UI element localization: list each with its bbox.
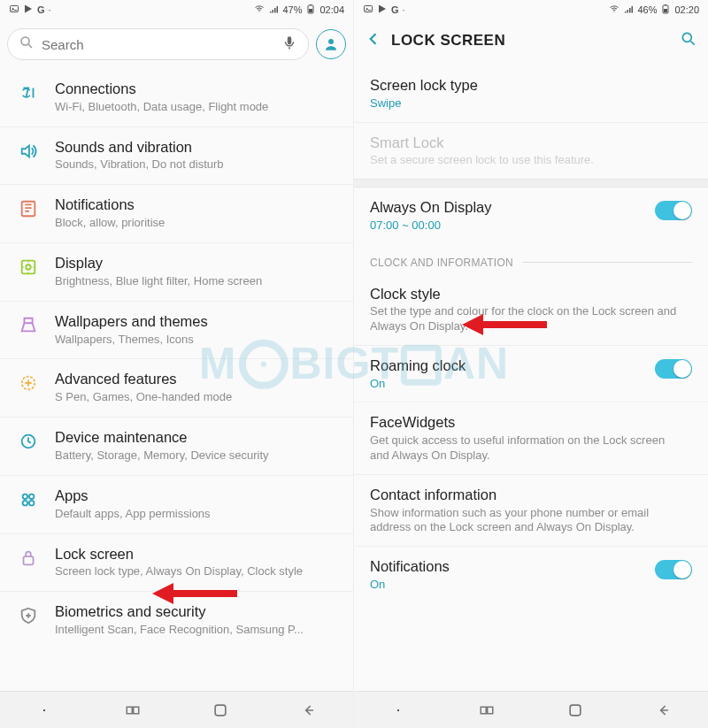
svg-point-2 (259, 11, 260, 11)
nav-menu-dot[interactable]: · (23, 697, 65, 724)
sounds-icon (19, 142, 38, 165)
phone-lockscreen: G · 46% 02:20 LOCK SCREEN Screen lock ty… (354, 0, 708, 728)
roaming-toggle[interactable] (655, 359, 692, 379)
item-notifications[interactable]: Notifications On (354, 547, 708, 603)
item-value: Swipe (370, 96, 680, 111)
nav-back[interactable] (288, 697, 330, 724)
svg-point-17 (29, 501, 34, 506)
item-facewidgets[interactable]: FaceWidgets Get quick access to useful i… (354, 402, 708, 473)
settings-item-notifications[interactable]: NotificationsBlock, allow, prioritise (0, 184, 353, 242)
section-header-clock: CLOCK AND INFORMATION (354, 244, 708, 274)
signal-icon (268, 4, 279, 16)
item-value: On (370, 578, 646, 593)
nav-recents[interactable] (466, 697, 508, 724)
phone-settings: G · 47% 02:04 Conn (0, 0, 354, 728)
annotation-arrow-lock-screen (150, 580, 239, 607)
svg-rect-27 (664, 9, 667, 12)
svg-rect-19 (127, 707, 132, 714)
search-box[interactable] (7, 28, 309, 60)
search-icon (19, 34, 35, 54)
profile-button[interactable] (316, 29, 346, 59)
clock-text: 02:20 (674, 4, 699, 15)
svg-rect-26 (665, 4, 666, 5)
settings-item-sounds[interactable]: Sounds and vibrationSounds, Vibration, D… (0, 126, 353, 185)
item-sub: Brightness, Blue light filter, Home scre… (55, 274, 339, 289)
search-input[interactable] (42, 37, 274, 52)
g-icon: G (391, 4, 399, 15)
item-roaming-clock[interactable]: Roaming clock On (354, 346, 708, 402)
item-value: On (370, 377, 646, 392)
gallery-icon (363, 4, 373, 16)
aod-toggle[interactable] (655, 201, 692, 220)
mic-icon[interactable] (281, 34, 297, 54)
svg-point-16 (23, 501, 27, 506)
item-title: Notifications (55, 196, 339, 214)
advanced-icon (19, 373, 38, 396)
battery-icon (305, 4, 316, 16)
gallery-icon (9, 4, 19, 16)
svg-point-8 (328, 39, 334, 44)
annotation-arrow-clock-style (460, 311, 549, 338)
settings-item-connections[interactable]: ConnectionsWi-Fi, Bluetooth, Data usage,… (0, 69, 353, 126)
settings-item-wallpapers[interactable]: Wallpapers and themesWallpapers, Themes,… (0, 301, 353, 359)
item-sub: Block, allow, prioritise (55, 216, 339, 231)
item-value: 07:00 ~ 00:00 (370, 218, 646, 234)
connections-icon (19, 83, 38, 106)
nav-home[interactable] (199, 697, 242, 724)
item-sub: Sounds, Vibration, Do not disturb (55, 157, 339, 172)
item-title: Apps (55, 487, 339, 505)
svg-point-11 (26, 264, 31, 270)
settings-item-advanced[interactable]: Advanced featuresS Pen, Games, One-hande… (0, 358, 353, 417)
item-title: Roaming clock (370, 356, 646, 375)
g-icon: G (37, 4, 45, 15)
status-bar-right: G · 46% 02:20 (354, 0, 708, 19)
svg-rect-30 (488, 707, 493, 714)
item-title: Display (55, 255, 339, 272)
item-sub: Default apps, App permissions (55, 507, 339, 522)
item-title: Smart Lock (370, 134, 692, 152)
nav-home[interactable] (554, 697, 596, 724)
notifications-icon (19, 199, 38, 222)
settings-item-apps[interactable]: AppsDefault apps, App permissions (0, 475, 353, 533)
apps-icon (19, 490, 38, 513)
device-maint-icon (19, 432, 38, 455)
item-sub: Wi-Fi, Bluetooth, Data usage, Flight mod… (55, 100, 339, 115)
play-store-icon (377, 4, 388, 16)
item-title: Always On Display (370, 198, 646, 217)
header-row: LOCK SCREEN (354, 19, 708, 62)
svg-rect-10 (22, 261, 35, 274)
nav-recents[interactable] (112, 697, 154, 724)
page-title: LOCK SCREEN (391, 32, 671, 50)
svg-rect-20 (133, 707, 138, 714)
svg-rect-29 (481, 707, 486, 714)
item-title: Device maintenance (55, 429, 339, 447)
notifications-toggle[interactable] (655, 560, 692, 579)
svg-point-14 (23, 494, 27, 499)
nav-menu-dot[interactable]: · (377, 697, 419, 724)
item-title: FaceWidgets (370, 413, 692, 432)
search-button[interactable] (680, 30, 697, 51)
svg-rect-4 (310, 4, 312, 5)
signal-icon (623, 4, 634, 16)
biometrics-icon (19, 606, 38, 629)
back-button[interactable] (365, 30, 382, 51)
dot-icon: · (403, 4, 405, 15)
display-icon (19, 257, 38, 280)
item-screen-lock-type[interactable]: Screen lock type Swipe (354, 65, 708, 122)
item-title: Screen lock type (370, 76, 692, 95)
svg-rect-21 (216, 705, 227, 716)
item-smart-lock: Smart Lock Set a secure screen lock to u… (354, 123, 708, 180)
nav-bar-left: · (0, 691, 353, 728)
item-title: Lock screen (55, 546, 339, 563)
item-title: Advanced features (55, 371, 339, 388)
svg-point-24 (614, 11, 615, 11)
svg-rect-31 (570, 705, 581, 716)
item-always-on-display[interactable]: Always On Display 07:00 ~ 00:00 (354, 188, 708, 244)
settings-item-device-maintenance[interactable]: Device maintenanceBattery, Storage, Memo… (0, 417, 353, 475)
play-store-icon (23, 4, 34, 16)
item-contact-info[interactable]: Contact information Show information suc… (354, 475, 708, 546)
nav-back[interactable] (643, 697, 685, 724)
svg-point-6 (21, 37, 29, 45)
item-sub: Wallpapers, Themes, Icons (55, 333, 339, 348)
settings-item-display[interactable]: DisplayBrightness, Blue light filter, Ho… (0, 242, 353, 301)
